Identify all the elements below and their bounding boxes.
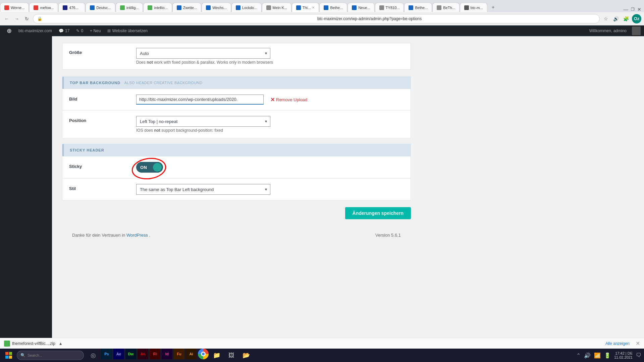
browser-tab-17[interactable]: btc-m...: [460, 3, 487, 12]
browser-tab-15[interactable]: Bethe...: [404, 3, 432, 12]
sticky-toggle[interactable]: ON: [136, 162, 163, 173]
remove-upload-button[interactable]: ✕ Remove Upload: [270, 97, 307, 103]
show-all-button[interactable]: Alle anzeigen: [605, 341, 630, 346]
taskbar-icon-chrome[interactable]: [198, 349, 209, 351]
position-select[interactable]: Left Top | no-repeat Center Center | no-…: [136, 116, 270, 127]
revisions-item[interactable]: ✎ 0: [73, 25, 87, 36]
translate-item[interactable]: ⊞ Website übersetzen: [104, 25, 151, 36]
address-text: btc-maximizer.com/wp-admin/admin.php?pag…: [317, 16, 595, 21]
tab-title-15: Bethe...: [415, 6, 428, 10]
tab-title-17: btc-m...: [471, 6, 483, 10]
browser-tab-4[interactable]: Deutsc...: [86, 3, 115, 12]
site-name-item[interactable]: btc-maximizer.com: [15, 25, 55, 36]
browser-tab-7[interactable]: Zweite...: [172, 3, 202, 12]
taskbar-icon-id[interactable]: Id: [162, 349, 172, 351]
taskbar-icon-photos[interactable]: 🖼: [225, 349, 238, 351]
tab-favicon-13: [352, 5, 357, 10]
taskbar-icon-an[interactable]: An: [138, 349, 148, 351]
download-chevron-icon[interactable]: ▲: [59, 341, 63, 346]
footer-prefix: Danke für dein Vertrauen in: [72, 233, 126, 238]
main-layout: Größe Auto Cover Contain ▾ Does not work…: [0, 36, 644, 351]
new-label: + Neu: [90, 28, 101, 33]
comments-count: 17: [65, 28, 69, 33]
bild-input[interactable]: [136, 95, 264, 105]
bild-control: ✕ Remove Upload: [136, 95, 404, 105]
size-select[interactable]: Auto Cover Contain: [136, 48, 270, 59]
close-browser-button[interactable]: ✕: [637, 7, 641, 12]
stil-select[interactable]: The same as Top Bar Left background Cust…: [136, 184, 270, 195]
tab-favicon-15: [409, 5, 413, 10]
browser-tab-8[interactable]: Wechs...: [202, 3, 231, 12]
wp-logo-item[interactable]: ⊕: [3, 25, 15, 36]
tab-title-11: Thi...: [303, 6, 311, 10]
tab-title-10: Mein K...: [273, 6, 287, 10]
audio-button[interactable]: 🔊: [612, 15, 620, 23]
comment-icon: 💬: [59, 28, 64, 33]
browser-tab-10[interactable]: Mein K...: [262, 3, 291, 12]
taskbar-icon-dw[interactable]: Dw: [125, 349, 136, 351]
comments-item[interactable]: 💬 17: [55, 25, 73, 36]
stil-row: Stil The same as Top Bar Left background…: [62, 178, 411, 200]
browser-tab-2[interactable]: mefow...: [29, 3, 58, 12]
browser-tab-3[interactable]: 476...: [58, 3, 85, 12]
taskbar-icon-ps[interactable]: Ps: [101, 349, 112, 351]
user-avatar[interactable]: [632, 26, 641, 35]
maximize-button[interactable]: ❐: [631, 7, 635, 12]
back-button[interactable]: ←: [3, 15, 11, 23]
profile-avatar[interactable]: Oz: [632, 14, 641, 23]
new-tab-button[interactable]: +: [488, 3, 498, 12]
taskbar-icon-cortana[interactable]: ◎: [87, 349, 100, 351]
address-bar[interactable]: 🔒 btc-maximizer.com/wp-admin/admin.php?p…: [33, 14, 600, 23]
top-bar-background-header: TOP BAR BACKGROUND ALSO HEADER CREATIVE …: [62, 77, 411, 89]
taskbar-icon-folder[interactable]: 📂: [239, 349, 253, 351]
size-section: Größe Auto Cover Contain ▾ Does not work…: [62, 43, 411, 70]
wordpress-link[interactable]: WordPress: [126, 233, 148, 238]
tab-title-13: Neue...: [358, 6, 370, 10]
taskbar-icon-ai[interactable]: Ai: [186, 349, 197, 351]
position-label: Position: [69, 116, 136, 123]
tab-favicon-6: [148, 5, 152, 10]
tab-favicon-8: [206, 5, 211, 10]
tab-title-7: Zweite...: [183, 6, 197, 10]
tab-title-16: BeTh...: [443, 6, 455, 10]
taskbar-icon-fu[interactable]: Fu: [174, 349, 184, 351]
browser-tab-11[interactable]: Thi... ✕: [292, 3, 319, 12]
welcome-text: Willkommen, admino: [586, 28, 630, 33]
forward-button[interactable]: →: [13, 15, 21, 23]
taskbar-icon-files[interactable]: 📁: [210, 349, 223, 351]
taskbar-icon-fl[interactable]: Fl: [150, 349, 160, 351]
taskbar-icon-ae[interactable]: Ae: [113, 349, 124, 351]
tab-favicon-17: [464, 5, 469, 10]
start-button[interactable]: [3, 349, 15, 351]
revisions-count: 0: [81, 28, 83, 33]
save-button[interactable]: Änderungen speichern: [345, 207, 411, 219]
position-control: Left Top | no-repeat Center Center | no-…: [136, 116, 404, 133]
download-bar: themeforest-v4fBic....zip ▲ Alle anzeige…: [0, 338, 644, 349]
browser-tab-14[interactable]: TY810...: [375, 3, 404, 12]
taskbar-search[interactable]: 🔍 Search...: [17, 351, 84, 351]
revision-icon: ✎: [76, 28, 79, 33]
download-bar-close-button[interactable]: ✕: [636, 340, 640, 347]
tab-favicon-3: [63, 5, 67, 10]
position-helper-text: IOS does not support background-position…: [136, 128, 404, 133]
browser-tab-9[interactable]: Lockdo...: [231, 3, 262, 12]
browser-tab-1[interactable]: Werne...: [0, 3, 29, 12]
wp-admin-bar: ⊕ btc-maximizer.com 💬 17 ✎ 0 + Neu ⊞ Web…: [0, 25, 644, 36]
tab-close-11[interactable]: ✕: [312, 6, 315, 9]
browser-tab-6[interactable]: intellio...: [143, 3, 172, 12]
remove-upload-label: Remove Upload: [276, 97, 307, 102]
minimize-button[interactable]: —: [624, 7, 628, 12]
bookmark-button[interactable]: ☆: [602, 15, 610, 23]
size-helper-text: Does not work with fixed position & para…: [136, 60, 404, 65]
browser-tab-12[interactable]: Bethe...: [319, 3, 347, 12]
stil-select-wrapper: The same as Top Bar Left background Cust…: [136, 184, 270, 195]
new-item[interactable]: + Neu: [87, 25, 104, 36]
browser-tab-16[interactable]: BeTh...: [432, 3, 459, 12]
extensions-button[interactable]: 🧩: [622, 15, 630, 23]
browser-tab-5[interactable]: intillig...: [116, 3, 143, 12]
refresh-button[interactable]: ↻: [23, 15, 31, 23]
tab-title-4: Deutsc...: [96, 6, 111, 10]
footer-text: Danke für dein Vertrauen in WordPress .: [72, 233, 150, 238]
sidebar: [0, 36, 52, 351]
browser-tab-13[interactable]: Neue...: [347, 3, 374, 12]
